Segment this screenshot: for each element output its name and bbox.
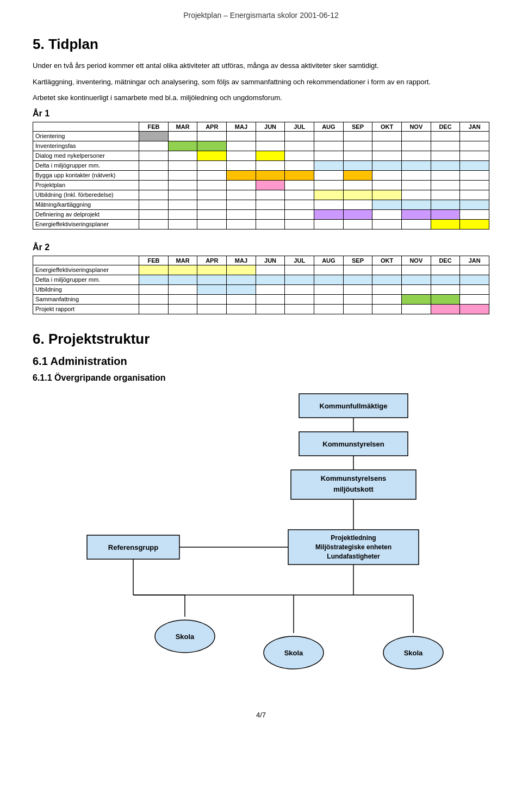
gantt-cell [314,160,344,170]
gantt-cell [431,275,460,284]
svg-text:Kommunfullmäktige: Kommunfullmäktige [320,402,388,410]
gantt-cell [314,151,344,160]
gantt-cell [314,304,344,314]
gantt-cell [431,209,460,219]
svg-text:miljöutskott: miljöutskott [333,485,374,493]
gantt-cell [168,294,197,304]
gantt-cell [227,151,256,160]
section6-heading: 6. Projektstruktur [33,331,489,348]
gantt-cell [431,294,460,304]
gantt-cell [197,200,227,209]
gantt-cell [372,265,402,275]
gantt-cell [372,170,402,180]
gantt-cell [139,180,169,190]
gantt-cell [372,151,402,160]
gantt-cell [285,209,314,219]
gantt-cell [168,141,197,151]
page-footer: 4/7 [33,711,489,719]
gantt-cell [460,170,489,180]
gantt-cell [139,141,169,151]
gantt-cell [168,304,197,314]
gantt-cell [402,275,431,284]
svg-text:Skola: Skola [284,649,303,657]
gantt-cell [256,131,285,141]
gantt-cell [402,170,431,180]
table-row: Delta i miljögrupper mm. [33,275,489,284]
gantt-cell [431,265,460,275]
gantt-cell [168,190,197,200]
gantt-cell [402,190,431,200]
org-chart-svg: Kommunfullmäktige Kommunstyrelsen Kommun… [33,388,489,693]
gantt-cell [139,294,169,304]
gantt-cell [372,180,402,190]
gantt-cell [227,170,256,180]
gantt-cell [256,141,285,151]
activity-label: Utbildning (Inkl. förberedelse) [33,190,139,200]
gantt-cell [139,304,169,314]
table-row: Utbildning [33,284,489,294]
table-row: Energieffektiviseringsplaner [33,265,489,275]
gantt-cell [168,284,197,294]
gantt-cell [314,190,344,200]
gantt-cell [460,265,489,275]
gantt-cell [343,284,372,294]
activity-label: Projekt rapport [33,304,139,314]
gantt-cell [343,180,372,190]
year1-label: År 1 [33,109,489,119]
gantt-cell [139,209,169,219]
gantt-cell [402,294,431,304]
gantt-cell [372,160,402,170]
table-row: Orientering [33,131,489,141]
table-row: Inventeringsfas [33,141,489,151]
gantt-cell [285,304,314,314]
gantt-cell [402,304,431,314]
table-row: Mätning/kartläggning [33,200,489,209]
gantt-cell [460,190,489,200]
gantt-cell [227,275,256,284]
gantt-cell [139,131,169,141]
page-number: 4/7 [256,711,266,719]
gantt-cell [285,265,314,275]
activity-label: Utbildning [33,284,139,294]
section5-intro3: Arbetet ske kontinuerligt i samarbete me… [33,92,489,103]
gantt-cell [256,200,285,209]
section6: 6. Projektstruktur 6.1 Administration 6.… [33,331,489,695]
gantt-cell [168,180,197,190]
gantt-cell [402,151,431,160]
gantt-cell [197,265,227,275]
gantt-cell [460,151,489,160]
gantt-cell [314,265,344,275]
gantt-cell [402,219,431,229]
gantt-cell [372,219,402,229]
header-title: Projektplan – Energismarta skolor 2001-0… [183,11,339,20]
gantt-cell [314,200,344,209]
gantt-cell [256,180,285,190]
gantt-cell [285,294,314,304]
gantt-cell [139,265,169,275]
gantt-cell [256,284,285,294]
gantt-cell [431,190,460,200]
gantt-cell [314,219,344,229]
gantt-cell [372,190,402,200]
activity-label: Dialog med nykelpersoner [33,151,139,160]
gantt-cell [168,170,197,180]
table-row: Projekt rapport [33,304,489,314]
gantt-cell [227,141,256,151]
activity-label: Delta i miljögrupper mm. [33,160,139,170]
gantt-cell [343,190,372,200]
section6-sub2: 6.1.1 Övergripande organisation [33,373,489,383]
svg-text:Skola: Skola [404,649,423,657]
gantt-cell [314,131,344,141]
gantt-cell [372,294,402,304]
gantt-cell [343,219,372,229]
gantt-cell [402,180,431,190]
gantt-cell [460,294,489,304]
gantt-cell [372,131,402,141]
gantt-cell [285,200,314,209]
gantt-cell [372,304,402,314]
gantt-cell [343,200,372,209]
activity-label: Orientering [33,131,139,141]
gantt-cell [256,209,285,219]
gantt-cell [314,209,344,219]
gantt-cell [227,200,256,209]
